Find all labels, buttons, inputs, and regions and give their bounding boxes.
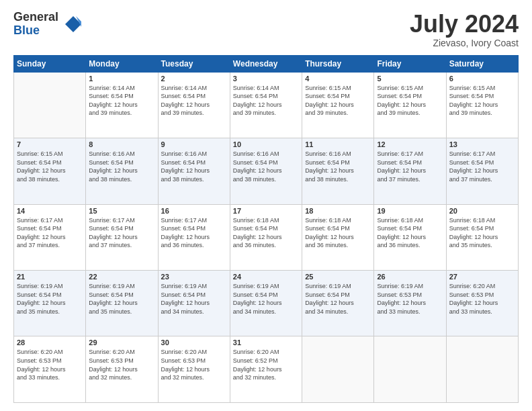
- day-info: Sunrise: 6:20 AM Sunset: 6:53 PM Dayligh…: [17, 348, 83, 381]
- table-row: 20Sunrise: 6:18 AM Sunset: 6:54 PM Dayli…: [446, 204, 518, 270]
- logo-icon: [62, 13, 84, 35]
- day-info: Sunrise: 6:16 AM Sunset: 6:54 PM Dayligh…: [305, 150, 371, 183]
- day-info: Sunrise: 6:18 AM Sunset: 6:54 PM Dayligh…: [377, 216, 443, 250]
- month-title: July 2024: [410, 11, 519, 38]
- location: Zievaso, Ivory Coast: [410, 38, 519, 48]
- day-info: Sunrise: 6:20 AM Sunset: 6:53 PM Dayligh…: [89, 348, 154, 381]
- table-row: [374, 336, 446, 403]
- day-info: Sunrise: 6:17 AM Sunset: 6:54 PM Dayligh…: [449, 150, 515, 183]
- day-info: Sunrise: 6:19 AM Sunset: 6:54 PM Dayligh…: [233, 282, 299, 316]
- day-number: 11: [305, 140, 371, 148]
- day-info: Sunrise: 6:19 AM Sunset: 6:54 PM Dayligh…: [305, 282, 371, 316]
- day-info: Sunrise: 6:14 AM Sunset: 6:54 PM Dayligh…: [233, 84, 299, 118]
- day-info: Sunrise: 6:19 AM Sunset: 6:53 PM Dayligh…: [377, 282, 443, 316]
- day-info: Sunrise: 6:18 AM Sunset: 6:54 PM Dayligh…: [449, 216, 515, 250]
- day-number: 12: [377, 140, 443, 148]
- day-number: 16: [161, 207, 227, 215]
- day-number: 5: [377, 75, 443, 83]
- day-info: Sunrise: 6:14 AM Sunset: 6:54 PM Dayligh…: [161, 84, 227, 118]
- svg-marker-0: [65, 16, 81, 32]
- logo-general: General: [13, 11, 58, 24]
- col-saturday: Saturday: [446, 55, 518, 72]
- table-row: 7Sunrise: 6:15 AM Sunset: 6:54 PM Daylig…: [14, 138, 86, 204]
- table-row: 17Sunrise: 6:18 AM Sunset: 6:54 PM Dayli…: [230, 204, 302, 270]
- day-number: 14: [17, 207, 83, 215]
- day-info: Sunrise: 6:17 AM Sunset: 6:54 PM Dayligh…: [161, 216, 227, 250]
- table-row: 12Sunrise: 6:17 AM Sunset: 6:54 PM Dayli…: [374, 138, 446, 204]
- day-number: 25: [305, 273, 371, 281]
- day-number: 6: [449, 75, 515, 83]
- day-info: Sunrise: 6:18 AM Sunset: 6:54 PM Dayligh…: [233, 216, 299, 250]
- table-row: 9Sunrise: 6:16 AM Sunset: 6:54 PM Daylig…: [158, 138, 230, 204]
- table-row: 19Sunrise: 6:18 AM Sunset: 6:54 PM Dayli…: [374, 204, 446, 270]
- calendar-week-row: 7Sunrise: 6:15 AM Sunset: 6:54 PM Daylig…: [14, 138, 519, 204]
- table-row: 6Sunrise: 6:15 AM Sunset: 6:54 PM Daylig…: [446, 72, 518, 138]
- day-number: 26: [377, 273, 443, 281]
- day-info: Sunrise: 6:16 AM Sunset: 6:54 PM Dayligh…: [89, 150, 154, 183]
- table-row: 15Sunrise: 6:17 AM Sunset: 6:54 PM Dayli…: [86, 204, 158, 270]
- col-sunday: Sunday: [14, 55, 86, 72]
- day-info: Sunrise: 6:15 AM Sunset: 6:54 PM Dayligh…: [449, 84, 515, 118]
- table-row: 13Sunrise: 6:17 AM Sunset: 6:54 PM Dayli…: [446, 138, 518, 204]
- day-number: 18: [305, 207, 371, 215]
- table-row: 26Sunrise: 6:19 AM Sunset: 6:53 PM Dayli…: [374, 271, 446, 336]
- calendar-week-row: 21Sunrise: 6:19 AM Sunset: 6:54 PM Dayli…: [14, 271, 519, 336]
- table-row: [302, 336, 374, 403]
- day-number: 9: [161, 140, 227, 148]
- table-row: 25Sunrise: 6:19 AM Sunset: 6:54 PM Dayli…: [302, 271, 374, 336]
- table-row: 14Sunrise: 6:17 AM Sunset: 6:54 PM Dayli…: [14, 204, 86, 270]
- table-row: 27Sunrise: 6:20 AM Sunset: 6:53 PM Dayli…: [446, 271, 518, 336]
- day-number: 30: [161, 338, 227, 347]
- table-row: 3Sunrise: 6:14 AM Sunset: 6:54 PM Daylig…: [230, 72, 302, 138]
- day-info: Sunrise: 6:17 AM Sunset: 6:54 PM Dayligh…: [89, 216, 154, 250]
- table-row: 10Sunrise: 6:16 AM Sunset: 6:54 PM Dayli…: [230, 138, 302, 204]
- page: General Blue July 2024 Zievaso, Ivory Co…: [0, 0, 532, 411]
- table-row: 30Sunrise: 6:20 AM Sunset: 6:53 PM Dayli…: [158, 336, 230, 403]
- day-number: 17: [233, 207, 299, 215]
- day-number: 2: [161, 75, 227, 83]
- table-row: 22Sunrise: 6:19 AM Sunset: 6:54 PM Dayli…: [86, 271, 158, 336]
- day-info: Sunrise: 6:18 AM Sunset: 6:54 PM Dayligh…: [305, 216, 371, 250]
- day-info: Sunrise: 6:20 AM Sunset: 6:53 PM Dayligh…: [161, 348, 227, 381]
- logo-blue: Blue: [13, 24, 58, 38]
- table-row: 24Sunrise: 6:19 AM Sunset: 6:54 PM Dayli…: [230, 271, 302, 336]
- table-row: 4Sunrise: 6:15 AM Sunset: 6:54 PM Daylig…: [302, 72, 374, 138]
- day-number: 7: [17, 140, 83, 148]
- table-row: [446, 336, 518, 403]
- calendar-week-row: 14Sunrise: 6:17 AM Sunset: 6:54 PM Dayli…: [14, 204, 519, 270]
- day-number: 28: [17, 338, 83, 347]
- table-row: 8Sunrise: 6:16 AM Sunset: 6:54 PM Daylig…: [86, 138, 158, 204]
- day-number: 10: [233, 140, 299, 148]
- table-row: 29Sunrise: 6:20 AM Sunset: 6:53 PM Dayli…: [86, 336, 158, 403]
- col-wednesday: Wednesday: [230, 55, 302, 72]
- day-number: 22: [89, 273, 154, 281]
- calendar-week-row: 28Sunrise: 6:20 AM Sunset: 6:53 PM Dayli…: [14, 336, 519, 403]
- day-number: 3: [233, 75, 299, 83]
- day-number: 15: [89, 207, 154, 215]
- day-number: 8: [89, 140, 154, 148]
- calendar-week-row: 1Sunrise: 6:14 AM Sunset: 6:54 PM Daylig…: [14, 72, 519, 138]
- day-number: 27: [449, 273, 515, 281]
- col-thursday: Thursday: [302, 55, 374, 72]
- day-number: 21: [17, 273, 83, 281]
- header: General Blue July 2024 Zievaso, Ivory Co…: [13, 11, 519, 48]
- day-number: 1: [89, 75, 154, 83]
- day-info: Sunrise: 6:14 AM Sunset: 6:54 PM Dayligh…: [89, 84, 154, 118]
- day-number: 19: [377, 207, 443, 215]
- table-row: 1Sunrise: 6:14 AM Sunset: 6:54 PM Daylig…: [86, 72, 158, 138]
- col-tuesday: Tuesday: [158, 55, 230, 72]
- day-number: 24: [233, 273, 299, 281]
- day-info: Sunrise: 6:15 AM Sunset: 6:54 PM Dayligh…: [17, 150, 83, 183]
- day-info: Sunrise: 6:17 AM Sunset: 6:54 PM Dayligh…: [377, 150, 443, 183]
- day-info: Sunrise: 6:20 AM Sunset: 6:53 PM Dayligh…: [449, 282, 515, 316]
- table-row: 18Sunrise: 6:18 AM Sunset: 6:54 PM Dayli…: [302, 204, 374, 270]
- table-row: 5Sunrise: 6:15 AM Sunset: 6:54 PM Daylig…: [374, 72, 446, 138]
- table-row: 31Sunrise: 6:20 AM Sunset: 6:52 PM Dayli…: [230, 336, 302, 403]
- calendar-header-row: Sunday Monday Tuesday Wednesday Thursday…: [14, 55, 519, 72]
- day-info: Sunrise: 6:19 AM Sunset: 6:54 PM Dayligh…: [89, 282, 154, 316]
- table-row: 23Sunrise: 6:19 AM Sunset: 6:54 PM Dayli…: [158, 271, 230, 336]
- table-row: 11Sunrise: 6:16 AM Sunset: 6:54 PM Dayli…: [302, 138, 374, 204]
- day-info: Sunrise: 6:15 AM Sunset: 6:54 PM Dayligh…: [305, 84, 371, 118]
- day-number: 4: [305, 75, 371, 83]
- day-info: Sunrise: 6:15 AM Sunset: 6:54 PM Dayligh…: [377, 84, 443, 118]
